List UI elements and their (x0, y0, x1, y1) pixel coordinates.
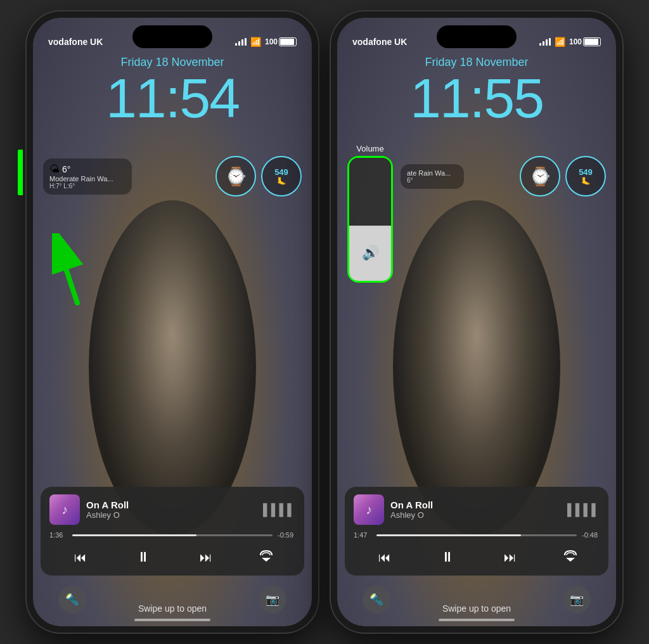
music-player-2: ♪ On A Roll Ashley O ▌▌▌▌ 1:47 -0:48 (345, 487, 608, 576)
track-name-2: On A Roll (390, 499, 561, 510)
wifi-icon-2: 📶 (555, 37, 565, 47)
album-art-inner-2: ♪ (354, 494, 384, 525)
weather-temp-1: 6° (62, 164, 70, 174)
battery-fill-1 (280, 39, 294, 45)
volume-indicator: Volume 🔊 (347, 156, 393, 283)
track-name-1: On A Roll (86, 499, 257, 510)
swipe-label-2: Swipe up to open (337, 603, 616, 614)
battery-box-2: 100 (569, 37, 601, 46)
track-info-2: On A Roll Ashley O (390, 499, 561, 520)
steps-num-1: 549 (274, 167, 288, 177)
elapsed-1: 1:36 (49, 531, 67, 539)
progress-bar-2[interactable] (376, 534, 577, 536)
status-icons-1: 📶 100 (235, 37, 297, 47)
volume-down-button[interactable] (18, 208, 20, 252)
remaining-2: -0:48 (582, 531, 600, 539)
signal-bar-1 (235, 43, 237, 46)
controls-1: ⏮ ⏸ ⏭ (49, 546, 295, 568)
weather-icon-row-1: 🌤 6° (49, 164, 125, 175)
album-art-2: ♪ (354, 494, 384, 525)
volume-fill-light: 🔊 (349, 226, 391, 281)
forward-button-2[interactable]: ⏭ (501, 548, 519, 567)
volume-down-button-2[interactable] (322, 208, 324, 252)
steps-num-2: 549 (579, 167, 593, 177)
track-info-1: On A Roll Ashley O (86, 499, 257, 520)
signal-bar-4 (245, 38, 247, 46)
widget-weather-2: ate Rain Wa... 6° (401, 164, 464, 189)
widget-watch-2: ⌚ (520, 156, 560, 196)
phone-2: vodafone UK 📶 100 (331, 11, 622, 633)
signal-bar-3 (241, 39, 243, 46)
progress-row-2: 1:47 -0:48 (354, 531, 600, 539)
airplay-button-1[interactable] (259, 549, 273, 566)
progress-fill-1 (72, 534, 196, 536)
volume-label: Volume (356, 144, 383, 153)
signal-bar-2-4 (549, 38, 551, 46)
arrow-svg (52, 233, 103, 309)
progress-fill-2 (376, 534, 521, 536)
controls-2: ⏮ ⏸ ⏭ (354, 546, 600, 568)
track-row-2: ♪ On A Roll Ashley O ▌▌▌▌ (354, 494, 600, 525)
track-row-1: ♪ On A Roll Ashley O ▌▌▌▌ (49, 494, 295, 525)
volume-fill-dark (349, 158, 391, 226)
rewind-button-1[interactable]: ⏮ (72, 548, 89, 567)
widgets-1: 🌤 6° Moderate Rain Wa... H:7° L:6° ⌚ 549… (43, 156, 302, 196)
widget-watch-1: ⌚ (215, 156, 256, 196)
datetime-2: Friday 18 November 11:55 (337, 56, 616, 126)
status-icons-2: 📶 100 (539, 37, 601, 47)
pause-button-2[interactable]: ⏸ (438, 546, 457, 568)
phone-frame-2: vodafone UK 📶 100 (331, 11, 622, 633)
rewind-button-2[interactable]: ⏮ (376, 548, 394, 567)
carrier-1: vodafone UK (48, 37, 103, 47)
mute-button[interactable] (18, 113, 20, 138)
lock-screen-2: vodafone UK 📶 100 (337, 18, 616, 626)
datetime-1: Friday 18 November 11:54 (33, 56, 312, 126)
battery-body-2 (583, 37, 601, 46)
forward-button-1[interactable]: ⏭ (197, 548, 215, 567)
swipe-label-1: Swipe up to open (33, 603, 312, 614)
signal-bar-2-3 (546, 39, 548, 46)
home-indicator-2[interactable] (439, 619, 515, 621)
remaining-1: -0:59 (278, 531, 295, 539)
mute-button-2[interactable] (322, 113, 324, 138)
battery-fill-2 (584, 39, 598, 45)
watch-icon-1: ⌚ (225, 166, 247, 187)
airplay-svg-1 (259, 549, 273, 563)
weather-desc-1: Moderate Rain Wa... (49, 175, 125, 183)
battery-text-2: 100 (569, 37, 582, 46)
steps-icon-1: 🦶 (277, 177, 286, 186)
widget-steps-2: 549 🦶 (565, 156, 606, 196)
weather-desc-2: ate Rain Wa... (407, 169, 458, 177)
airplay-svg-2 (563, 549, 577, 563)
dynamic-island-2 (437, 25, 517, 48)
track-artist-1: Ashley O (86, 510, 257, 520)
cat-overlay-1 (89, 200, 256, 535)
weather-hl-1: H:7° L:6° (49, 183, 125, 190)
waveform-icon-2: ▌▌▌▌ (567, 503, 600, 517)
home-indicator-1[interactable] (134, 619, 210, 621)
wifi-icon-1: 📶 (250, 37, 261, 47)
phone-1: vodafone UK 📶 100 (27, 11, 318, 633)
signal-bar-2 (238, 41, 240, 46)
album-art-inner-1: ♪ (49, 494, 80, 525)
weather-hl-2: 6° (407, 177, 458, 184)
elapsed-2: 1:47 (354, 531, 371, 539)
progress-bar-1[interactable] (72, 534, 273, 536)
svg-line-1 (58, 246, 77, 303)
power-button[interactable] (324, 157, 327, 227)
signal-bar-2-1 (539, 43, 541, 46)
track-artist-2: Ashley O (390, 510, 561, 520)
battery-box-1: 100 (265, 37, 297, 46)
waveform-icon-1: ▌▌▌▌ (263, 503, 295, 517)
battery-text-1: 100 (265, 37, 278, 46)
weather-cloud-icon-1: 🌤 (49, 164, 60, 175)
signal-bar-2-2 (543, 41, 544, 46)
pause-button-1[interactable]: ⏸ (134, 546, 153, 568)
widgets-2: ate Rain Wa... 6° ⌚ 549 🦶 (401, 156, 606, 196)
airplay-button-2[interactable] (563, 549, 577, 566)
dynamic-island-1 (132, 25, 212, 48)
widget-weather-1: 🌤 6° Moderate Rain Wa... H:7° L:6° (43, 158, 132, 195)
signal-icon-1 (235, 38, 247, 46)
volume-up-button-2[interactable] (322, 151, 324, 195)
power-button-2[interactable] (629, 157, 631, 227)
